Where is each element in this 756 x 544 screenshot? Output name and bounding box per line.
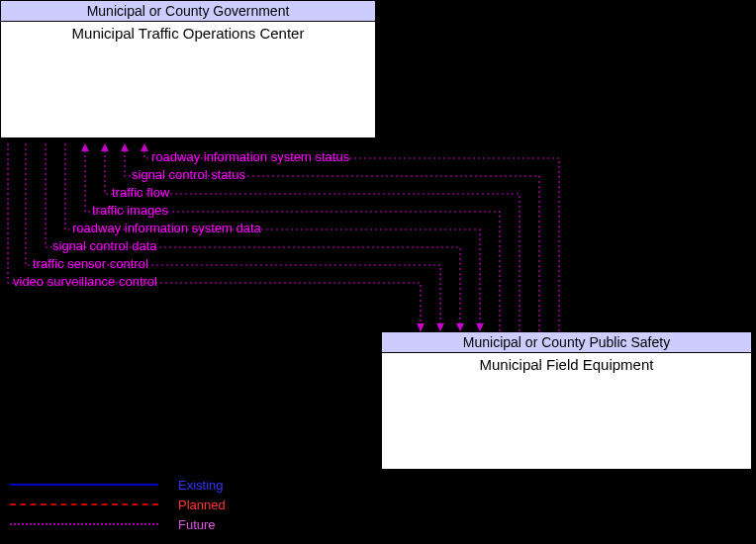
node-title: Municipal Field Equipment bbox=[382, 353, 751, 376]
legend-row-existing: Existing bbox=[10, 475, 226, 495]
svg-marker-2 bbox=[101, 143, 109, 151]
svg-marker-5 bbox=[456, 323, 464, 331]
svg-marker-4 bbox=[476, 323, 484, 331]
legend-label: Planned bbox=[178, 498, 226, 512]
flow-label[interactable]: roadway information system data bbox=[72, 221, 261, 235]
svg-marker-3 bbox=[81, 143, 89, 151]
legend-row-future: Future bbox=[10, 514, 226, 534]
flow-label[interactable]: traffic flow bbox=[112, 185, 169, 200]
legend-row-planned: Planned bbox=[10, 495, 226, 514]
node-header: Municipal or County Public Safety bbox=[382, 332, 751, 353]
svg-marker-1 bbox=[121, 143, 129, 151]
flow-label[interactable]: signal control status bbox=[132, 167, 245, 182]
node-header: Municipal or County Government bbox=[1, 1, 375, 22]
node-municipal-traffic-ops[interactable]: Municipal or County Government Municipal… bbox=[0, 0, 376, 138]
node-municipal-field-equipment[interactable]: Municipal or County Public Safety Munici… bbox=[381, 331, 752, 470]
legend-line-icon bbox=[10, 523, 158, 525]
flow-label[interactable]: video surveillance control bbox=[13, 274, 157, 289]
flow-label[interactable]: signal control data bbox=[52, 238, 157, 253]
legend-label: Future bbox=[178, 517, 216, 532]
flow-label[interactable]: traffic sensor control bbox=[33, 256, 148, 271]
legend-line-icon bbox=[10, 503, 158, 505]
svg-marker-7 bbox=[417, 323, 425, 331]
svg-marker-0 bbox=[141, 143, 148, 151]
legend: Existing Planned Future bbox=[10, 475, 226, 534]
svg-marker-6 bbox=[436, 323, 444, 331]
legend-line-icon bbox=[10, 484, 158, 486]
flow-label[interactable]: traffic images bbox=[92, 203, 168, 218]
legend-label: Existing bbox=[178, 478, 224, 493]
node-title: Municipal Traffic Operations Center bbox=[1, 22, 375, 45]
flow-label[interactable]: roadway information system status bbox=[151, 149, 349, 164]
